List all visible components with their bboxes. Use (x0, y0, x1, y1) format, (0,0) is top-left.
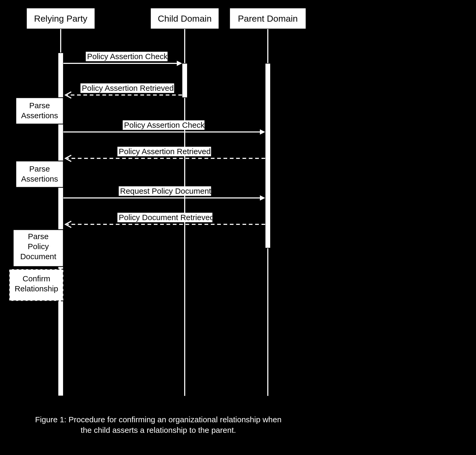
msg-policy-assertion-retrieved-1: Policy Assertion Retrieved (65, 83, 182, 98)
participant-parent-domain: Parent Domain (230, 8, 306, 29)
msg-label: Request Policy Document (120, 187, 211, 195)
svg-text:Assertions: Assertions (21, 174, 58, 183)
action-parse-assertions-1: Parse Assertions (16, 98, 63, 124)
participant-relying-party: Relying Party (26, 8, 95, 29)
msg-policy-assertion-check-2: Policy Assertion Check (63, 120, 265, 135)
msg-policy-assertion-check-1: Policy Assertion Check (63, 52, 182, 66)
participant-label: Relying Party (34, 13, 87, 23)
sequence-diagram: Relying Party Child Domain Parent Domain… (0, 0, 476, 455)
msg-policy-assertion-retrieved-2: Policy Assertion Retrieved (65, 147, 265, 162)
svg-marker-12 (260, 129, 265, 135)
svg-text:Document: Document (20, 252, 56, 261)
svg-text:Parse: Parse (28, 232, 49, 241)
activation-parent-domain (265, 63, 270, 248)
action-parse-assertions-2: Parse Assertions (16, 161, 63, 187)
msg-label: Policy Document Retrieved (119, 213, 214, 222)
svg-text:Confirm: Confirm (22, 274, 50, 283)
msg-policy-document-retrieved: Policy Document Retrieved (65, 213, 265, 228)
participant-child-domain: Child Domain (150, 8, 219, 29)
activation-child-domain (182, 63, 187, 98)
svg-marker-20 (260, 195, 265, 201)
svg-text:Policy: Policy (28, 242, 49, 251)
msg-label: Policy Assertion Retrieved (82, 84, 174, 92)
svg-text:Parse: Parse (29, 101, 50, 110)
msg-request-policy-document: Request Policy Document (63, 186, 265, 201)
svg-text:Parse: Parse (29, 164, 50, 173)
svg-text:Relationship: Relationship (15, 284, 58, 293)
msg-label: Policy Assertion Check (124, 121, 205, 129)
msg-label: Policy Assertion Check (87, 52, 168, 61)
participant-label: Parent Domain (238, 13, 298, 23)
svg-text:Assertions: Assertions (21, 111, 58, 120)
figure-caption-line1: Figure 1: Procedure for confirming an or… (35, 415, 282, 424)
msg-label: Policy Assertion Retrieved (119, 147, 211, 156)
figure-caption-line2: the child asserts a relationship to the … (81, 426, 236, 434)
svg-marker-4 (177, 61, 182, 66)
action-confirm-relationship: Confirm Relationship (9, 269, 63, 301)
participant-label: Child Domain (158, 13, 212, 23)
action-parse-policy-document: Parse Policy Document (13, 230, 63, 267)
